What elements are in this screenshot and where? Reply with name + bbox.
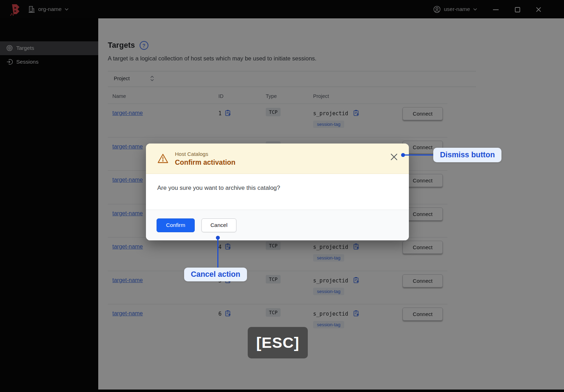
org-switcher[interactable]: org-name [28, 5, 69, 14]
dialog-footer: Confirm Cancel [146, 210, 409, 240]
sort-chevrons-icon [150, 76, 154, 81]
user-menu[interactable]: user-name [433, 5, 477, 14]
target-link[interactable]: target-name [112, 177, 143, 183]
dismiss-button[interactable] [390, 153, 398, 161]
sign-in-icon [6, 59, 13, 65]
chevron-down-icon [473, 8, 477, 11]
table-row: target-name 5 TCP s_projectid session-ta… [108, 271, 447, 304]
target-id: 4 [218, 244, 222, 250]
session-tag-badge: session-tag [313, 288, 344, 295]
dialog-eyebrow: Host Catalogs [175, 151, 235, 157]
annotation-dismiss-label: Dismiss button [433, 148, 501, 162]
annotation-cancel-label: Cancel action [184, 268, 247, 281]
minimize-button[interactable] [493, 6, 499, 13]
top-bar: org-name user-name [0, 0, 564, 18]
dialog-message: Are you sure you want to archive this ca… [146, 174, 409, 192]
copy-icon[interactable] [225, 243, 231, 250]
target-link[interactable]: target-name [112, 144, 143, 150]
project-id: s_projectid [313, 311, 348, 317]
project-id: s_projectid [313, 277, 348, 284]
project-filter-label: Project [114, 76, 130, 81]
type-badge: TCP [266, 108, 281, 116]
session-tag-badge: session-tag [313, 254, 344, 262]
copy-icon[interactable] [353, 277, 359, 283]
target-icon [6, 45, 13, 51]
type-badge: TCP [266, 275, 281, 283]
column-header-id: ID [218, 93, 224, 99]
copy-icon[interactable] [225, 310, 231, 317]
target-id: 1 [218, 110, 222, 117]
session-tag-badge: session-tag [313, 321, 344, 328]
annotation-connector-line [217, 239, 218, 268]
sidebar-item-label: Targets [16, 45, 34, 51]
help-icon[interactable] [140, 41, 148, 50]
project-id: s_projectid [313, 244, 348, 250]
annotation-connector-line [404, 154, 434, 156]
target-id: 6 [218, 311, 222, 317]
table-header-row: Name ID Type Project [108, 90, 447, 104]
copy-icon[interactable] [353, 110, 359, 116]
page-title: Targets [108, 41, 135, 50]
project-filter-dropdown[interactable]: Project [114, 76, 154, 81]
connect-button[interactable]: Connect [403, 241, 443, 254]
column-header-name: Name [112, 93, 126, 99]
dialog-title: Confirm activation [175, 158, 235, 166]
copy-icon[interactable] [225, 110, 231, 116]
boundary-logo-icon [10, 4, 21, 16]
close-window-button[interactable] [535, 6, 542, 13]
filter-toolbar: Project [108, 71, 476, 87]
column-header-project: Project [313, 93, 329, 99]
connect-button[interactable]: Connect [403, 308, 443, 321]
sidebar: Targets Sessions [0, 18, 98, 392]
project-id: s_projectid [313, 110, 348, 117]
maximize-button[interactable] [514, 6, 521, 13]
confirm-button[interactable]: Confirm [157, 218, 195, 232]
org-name-label: org-name [38, 6, 61, 12]
table-row: target-name 1 TCP s_projectid session-ta… [108, 104, 447, 137]
esc-key-badge: [ESC] [248, 327, 308, 358]
warning-icon [157, 153, 169, 164]
building-icon [28, 6, 35, 13]
connect-button[interactable]: Connect [403, 107, 443, 120]
target-link[interactable]: target-name [112, 110, 143, 116]
connect-button[interactable]: Connect [403, 274, 443, 287]
copy-icon[interactable] [353, 310, 359, 317]
copy-icon[interactable] [353, 243, 359, 250]
cancel-button[interactable]: Cancel [201, 218, 236, 232]
target-link[interactable]: target-name [112, 277, 143, 283]
target-link[interactable]: target-name [112, 210, 143, 217]
dialog-header: Host Catalogs Confirm activation [146, 144, 409, 174]
chevron-down-icon [65, 8, 69, 11]
column-header-type: Type [266, 93, 277, 99]
minimize-icon [493, 9, 499, 10]
type-badge: TCP [266, 308, 281, 317]
sidebar-item-sessions[interactable]: Sessions [0, 55, 98, 69]
confirm-dialog: Host Catalogs Confirm activation Are you… [146, 144, 409, 240]
maximize-icon [515, 7, 520, 12]
target-link[interactable]: target-name [112, 310, 143, 317]
user-icon [433, 6, 441, 13]
close-icon [536, 7, 541, 12]
table-row: target-name 4 TCP s_projectid session-ta… [108, 237, 447, 271]
session-tag-badge: session-tag [313, 121, 344, 128]
sidebar-item-targets[interactable]: Targets [0, 41, 98, 55]
target-link[interactable]: target-name [112, 244, 143, 250]
user-name-label: user-name [444, 6, 470, 12]
sidebar-item-label: Sessions [16, 59, 39, 65]
close-icon [390, 153, 398, 160]
page-description: A target is a logical collection of host… [108, 55, 317, 62]
type-badge: TCP [266, 241, 281, 250]
